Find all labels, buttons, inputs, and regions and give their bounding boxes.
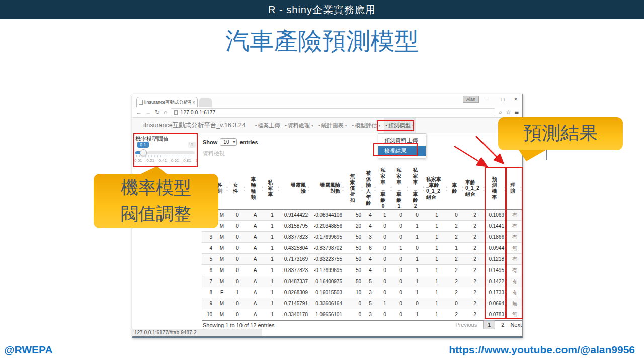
table-cell: A — [246, 276, 264, 287]
sort-icon[interactable]: ▲ ▼ — [277, 185, 280, 192]
table-row[interactable]: 5M0A10.7173169-0.332237555040011220.1218… — [202, 254, 523, 265]
address-bar[interactable]: 127.0.0.1:6177 — [171, 108, 495, 116]
tick-label: 0.81 — [183, 158, 191, 163]
sort-icon[interactable]: ▲ ▼ — [361, 185, 363, 192]
table-row[interactable]: 7M0A10.8487337-0.164009755050011220.1422… — [202, 276, 523, 287]
column-header[interactable]: 無 索 償 折 扣▲ ▼ — [345, 167, 364, 210]
table-row[interactable]: 2M0A10.8158795-0.203488562040011220.1441… — [202, 221, 523, 232]
table-cell: M — [215, 265, 229, 276]
table-cell: 0 — [393, 254, 409, 265]
column-header[interactable]: 曝露風 險▲ ▼ — [280, 167, 310, 210]
table-cell: 1 — [448, 243, 464, 254]
previous-page-button[interactable]: Previous — [455, 322, 477, 328]
table-row[interactable]: 4M0A10.4325804-0.837987025060101120.0944… — [202, 243, 523, 254]
column-header[interactable]: 車 輛 種 類▲ ▼ — [246, 167, 264, 210]
dropdown-item-view-results[interactable]: 檢視結果 — [378, 146, 426, 156]
sort-icon[interactable]: ▲ ▼ — [390, 185, 392, 192]
sort-icon[interactable]: ▲ ▼ — [307, 185, 310, 192]
table-row[interactable]: 3M0A10.8377823-0.176996955030011220.1866… — [202, 232, 523, 243]
table-cell: 無 — [507, 298, 523, 309]
tab-close-icon[interactable]: × — [192, 100, 195, 105]
nav-item-file-upload[interactable]: ● 檔案上傳 — [254, 118, 282, 133]
table-cell: -0.17699695 — [310, 232, 345, 243]
sort-icon[interactable]: ▲ ▼ — [461, 185, 464, 192]
page-button-2[interactable]: 2 — [501, 322, 504, 328]
table-cell: 0 — [377, 254, 393, 265]
column-header[interactable]: 私 家 車▲ ▼ — [264, 167, 280, 210]
sort-icon[interactable]: ▲ ▼ — [261, 185, 264, 192]
next-page-button[interactable]: Next — [510, 322, 522, 328]
column-header[interactable]: 私 家 車 _ 車 齡 1▲ ▼ — [393, 167, 409, 210]
column-header-label: 私 家 車 _ 車 齡 1 — [397, 167, 402, 209]
table-row[interactable]: 9M0A10.7145791-0.33606164051001020.0694無 — [202, 298, 523, 309]
maximize-button[interactable]: □ — [498, 95, 507, 104]
forward-icon[interactable]: → — [145, 109, 151, 115]
close-button[interactable]: × — [511, 95, 520, 104]
table-cell: 0.1866 — [486, 232, 507, 243]
column-header[interactable]: 私家車 _車齡 0_1_2 組合▲ ▼ — [425, 167, 448, 210]
slide-header-title: R - shiny企業實務應用 — [0, 0, 644, 19]
table-cell: 有 — [507, 254, 523, 265]
table-row[interactable]: 10M0A10.3340178-1.09656101030011220.0783… — [202, 309, 523, 320]
search-icon[interactable]: ⌕ — [499, 109, 502, 115]
table-info: Showing 1 to 10 of 12 entries — [203, 322, 274, 328]
sort-icon[interactable]: ▲ ▼ — [504, 185, 506, 192]
column-header[interactable]: 車齡 0_1_2 組合▲ ▼ — [464, 167, 486, 210]
column-header[interactable]: 理 賠▲ ▼ — [507, 167, 523, 210]
browser-tab[interactable]: iInsurance互動式分析平… × — [136, 97, 198, 107]
slider-track[interactable] — [135, 151, 195, 154]
nav-item-charts[interactable]: ● 統計圖表 ▾ — [317, 118, 349, 133]
table-row[interactable]: 8F1A10.8268309-0.190155031030011220.1733… — [202, 287, 523, 298]
bookmark-star-icon[interactable]: ☆ — [506, 109, 511, 115]
profile-badge[interactable]: Alan — [463, 96, 479, 103]
table-cell: 0 — [393, 265, 409, 276]
minimize-button[interactable]: – — [483, 95, 492, 104]
column-header-label: 私 家 車 _ 車 齡 2 — [413, 167, 418, 209]
page-button-1[interactable]: 1 — [483, 320, 495, 329]
back-icon[interactable]: ← — [136, 109, 142, 115]
column-header[interactable]: 私 家 車 _ 車 齡 2▲ ▼ — [409, 167, 425, 210]
nav-menu: ● 檔案上傳 ● 資料處理 ▾ ● 統計圖表 ▾ ● 模型評估 ▾ ● 預測模型 — [253, 118, 417, 133]
table-cell: 0 — [229, 254, 246, 265]
sort-icon[interactable]: ▲ ▼ — [520, 185, 522, 192]
show-label: Show — [203, 139, 217, 145]
table-cell: 0 — [393, 210, 409, 221]
column-header[interactable]: 被 保 險 人 年 齡▲ ▼ — [364, 167, 377, 210]
callout-line: 閥值調整 — [94, 201, 218, 227]
sort-icon[interactable]: ▲ ▼ — [445, 185, 448, 192]
refresh-icon[interactable]: ↻ — [155, 109, 160, 115]
nav-item-data-processing[interactable]: ● 資料處理 ▾ — [283, 118, 315, 133]
table-cell: 4 — [364, 210, 377, 221]
nav-item-prediction-model[interactable]: ● 預測模型 ▾ — [384, 118, 416, 133]
sort-icon[interactable]: ▲ ▼ — [482, 185, 485, 192]
home-icon[interactable]: ⌂ — [164, 109, 167, 115]
sort-icon[interactable]: ▲ ▼ — [406, 185, 409, 192]
sort-icon[interactable]: ▲ ▼ — [422, 185, 425, 192]
column-header[interactable]: 曝露風險 對數▲ ▼ — [310, 167, 345, 210]
column-header[interactable]: 預 測 機 率▲ ▼ — [486, 167, 507, 210]
table-row[interactable]: 6M0A10.8377823-0.176996955040011220.1495… — [202, 265, 523, 276]
nav-item-label: 模型評估 — [355, 122, 377, 129]
table-cell: 4 — [364, 254, 377, 265]
column-header[interactable]: 私 家 車 _ 車 齡 0▲ ▼ — [377, 167, 393, 210]
table-cell: M — [215, 276, 229, 287]
table-row[interactable]: 1M0A10.9144422-0.089441065041001020.1069… — [202, 210, 523, 221]
sort-icon[interactable]: ▲ ▼ — [374, 185, 376, 192]
menu-icon[interactable]: ≡ — [515, 109, 519, 116]
sort-icon[interactable]: ▲ ▼ — [226, 185, 228, 192]
nav-item-model-evaluation[interactable]: ● 模型評估 ▾ — [351, 118, 382, 133]
new-tab-button[interactable] — [199, 98, 212, 107]
bullet-icon: ● — [352, 124, 354, 127]
table-cell: 1 — [409, 221, 425, 232]
dropdown-item-upload[interactable]: 預測資料上傳 — [378, 135, 426, 146]
column-header[interactable]: 女 性▲ ▼ — [229, 167, 246, 210]
table-cell: A — [246, 254, 264, 265]
table-cell: 有 — [507, 276, 523, 287]
sort-icon[interactable]: ▲ ▼ — [342, 185, 344, 192]
column-header[interactable]: 車 齡▲ ▼ — [448, 167, 464, 210]
page-length-select[interactable]: 10 ▾ — [220, 138, 237, 146]
sort-icon[interactable]: ▲ ▼ — [243, 185, 246, 192]
table-cell: 3 — [364, 287, 377, 298]
column-header-label: 被 保 險 人 年 齡 — [366, 170, 371, 206]
page-title: 汽車產險預測模型 — [0, 25, 644, 57]
